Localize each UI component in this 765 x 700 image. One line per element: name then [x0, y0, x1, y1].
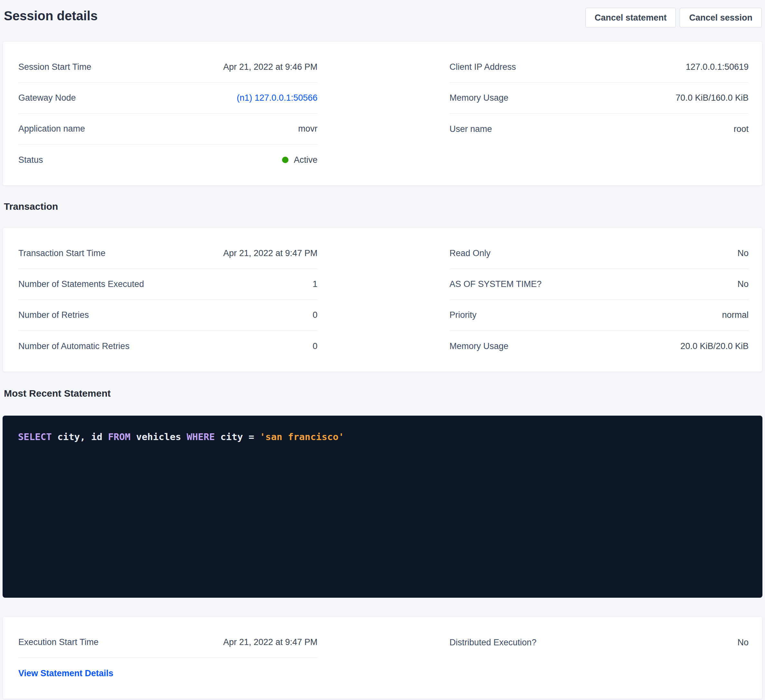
application-name-label: Application name	[18, 124, 85, 134]
distributed-execution-row: Distributed Execution? No	[449, 627, 749, 658]
number-of-retries-value: 0	[313, 310, 318, 320]
session-summary-left-column: Session Start Time Apr 21, 2022 at 9:46 …	[18, 52, 318, 175]
transaction-right-column: Read Only No AS OF SYSTEM TIME? No Prior…	[449, 238, 749, 362]
transaction-memory-usage-row: Memory Usage 20.0 KiB/20.0 KiB	[449, 331, 749, 362]
client-ip-value: 127.0.0.1:50619	[686, 62, 749, 72]
execution-right-column: Distributed Execution? No	[449, 627, 749, 658]
client-ip-label: Client IP Address	[449, 62, 516, 72]
session-summary-grid: Session Start Time Apr 21, 2022 at 9:46 …	[3, 41, 762, 185]
execution-start-time-value: Apr 21, 2022 at 9:47 PM	[223, 637, 318, 647]
transaction-start-time-row: Transaction Start Time Apr 21, 2022 at 9…	[18, 238, 318, 269]
view-statement-details-link[interactable]: View Statement Details	[18, 669, 113, 678]
most-recent-statement-heading: Most Recent Statement	[4, 387, 765, 400]
number-of-retries-label: Number of Retries	[18, 310, 89, 320]
application-name-row: Application name movr	[18, 113, 318, 144]
application-name-value: movr	[298, 124, 318, 134]
status-badge: Active	[294, 155, 318, 165]
as-of-system-time-label: AS OF SYSTEM TIME?	[449, 279, 541, 289]
execution-start-time-row: Execution Start Time Apr 21, 2022 at 9:4…	[18, 627, 318, 658]
sql-keyword: WHERE	[187, 432, 215, 442]
transaction-card: Transaction Start Time Apr 21, 2022 at 9…	[3, 228, 762, 372]
transaction-section-heading: Transaction	[4, 200, 765, 213]
statements-executed-label: Number of Statements Executed	[18, 279, 144, 289]
gateway-node-label: Gateway Node	[18, 93, 76, 103]
priority-row: Priority normal	[449, 300, 749, 331]
cancel-statement-button[interactable]: Cancel statement	[586, 8, 676, 28]
session-memory-usage-row: Memory Usage 70.0 KiB/160.0 KiB	[449, 83, 749, 113]
transaction-grid: Transaction Start Time Apr 21, 2022 at 9…	[3, 228, 762, 372]
status-row: Status Active	[18, 144, 318, 175]
session-details-page: Session details Cancel statement Cancel …	[0, 0, 765, 700]
transaction-start-time-value: Apr 21, 2022 at 9:47 PM	[223, 248, 318, 258]
sql-string-literal: 'san francisco'	[260, 432, 344, 442]
status-label: Status	[18, 155, 43, 165]
session-start-time-label: Session Start Time	[18, 62, 91, 72]
execution-left-column: Execution Start Time Apr 21, 2022 at 9:4…	[18, 627, 318, 689]
sql-keyword: FROM	[108, 432, 131, 442]
session-memory-usage-value: 70.0 KiB/160.0 KiB	[675, 93, 749, 103]
sql-text: city, id	[52, 432, 108, 442]
gateway-node-link[interactable]: (n1) 127.0.0.1:50566	[237, 93, 318, 103]
as-of-system-time-value: No	[737, 279, 749, 289]
priority-value: normal	[722, 310, 749, 320]
session-start-time-row: Session Start Time Apr 21, 2022 at 9:46 …	[18, 52, 318, 83]
transaction-start-time-label: Transaction Start Time	[18, 248, 105, 258]
automatic-retries-value: 0	[313, 341, 318, 351]
header-actions: Cancel statement Cancel session	[586, 7, 762, 28]
statements-executed-row: Number of Statements Executed 1	[18, 269, 318, 300]
read-only-value: No	[737, 248, 749, 258]
gateway-node-row: Gateway Node (n1) 127.0.0.1:50566	[18, 83, 318, 113]
page-header: Session details Cancel statement Cancel …	[0, 0, 765, 28]
sql-statement-code: SELECT city, id FROM vehicles WHERE city…	[18, 430, 747, 443]
status-value: Active	[282, 155, 318, 165]
read-only-label: Read Only	[449, 248, 491, 258]
read-only-row: Read Only No	[449, 238, 749, 269]
session-memory-usage-label: Memory Usage	[449, 93, 508, 103]
view-statement-details-row: View Statement Details	[18, 658, 318, 689]
as-of-system-time-row: AS OF SYSTEM TIME? No	[449, 269, 749, 300]
number-of-retries-row: Number of Retries 0	[18, 300, 318, 331]
execution-card: Execution Start Time Apr 21, 2022 at 9:4…	[3, 616, 762, 699]
user-name-value: root	[734, 124, 749, 134]
execution-start-time-label: Execution Start Time	[18, 637, 99, 647]
sql-text: vehicles	[131, 432, 187, 442]
user-name-label: User name	[449, 124, 492, 134]
transaction-left-column: Transaction Start Time Apr 21, 2022 at 9…	[18, 238, 318, 362]
transaction-memory-usage-label: Memory Usage	[449, 341, 508, 351]
distributed-execution-value: No	[737, 637, 749, 648]
session-start-time-value: Apr 21, 2022 at 9:46 PM	[223, 62, 318, 72]
transaction-memory-usage-value: 20.0 KiB/20.0 KiB	[680, 341, 749, 351]
session-summary-right-column: Client IP Address 127.0.0.1:50619 Memory…	[449, 52, 749, 144]
sql-statement-box: SELECT city, id FROM vehicles WHERE city…	[3, 416, 762, 598]
page-title: Session details	[4, 7, 98, 24]
status-active-dot-icon	[282, 157, 288, 163]
automatic-retries-label: Number of Automatic Retries	[18, 341, 129, 351]
cancel-session-button[interactable]: Cancel session	[680, 8, 762, 28]
execution-grid: Execution Start Time Apr 21, 2022 at 9:4…	[3, 617, 762, 699]
automatic-retries-row: Number of Automatic Retries 0	[18, 331, 318, 362]
sql-keyword: SELECT	[18, 432, 52, 442]
session-summary-card: Session Start Time Apr 21, 2022 at 9:46 …	[3, 41, 762, 185]
sql-text: city =	[215, 432, 260, 442]
distributed-execution-label: Distributed Execution?	[449, 637, 537, 648]
user-name-row: User name root	[449, 113, 749, 144]
client-ip-row: Client IP Address 127.0.0.1:50619	[449, 52, 749, 83]
statements-executed-value: 1	[313, 279, 318, 289]
priority-label: Priority	[449, 310, 477, 320]
